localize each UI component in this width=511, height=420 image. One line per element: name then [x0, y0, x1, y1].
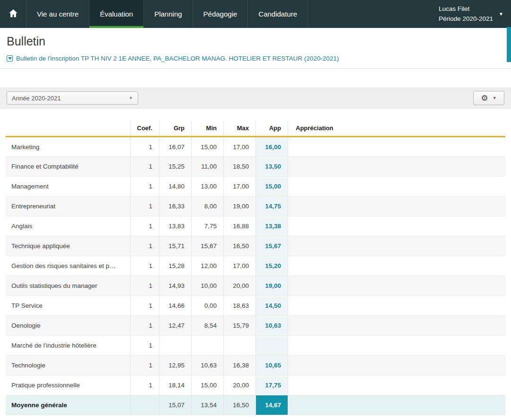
- cell-app: 14,50: [256, 296, 288, 316]
- table-row: Pratique professionnelle118,1415,0020,00…: [6, 375, 505, 395]
- table-row: Finance et Comptabilité115,2511,0018,501…: [6, 157, 505, 177]
- cell-max: [224, 336, 256, 356]
- cell-subject: TP Service: [6, 296, 130, 316]
- cell-appreciation: [288, 177, 506, 197]
- col-app: App: [256, 120, 288, 137]
- cell-subject: Management: [6, 177, 130, 197]
- table-row: Technique appliquée115,7115,6716,5015,67: [6, 236, 505, 256]
- cell-grp: 15,71: [159, 236, 192, 256]
- cell-app: 16,00: [256, 137, 288, 157]
- cell-grp: 12,95: [159, 356, 192, 375]
- cell-appreciation: [288, 197, 506, 216]
- year-select[interactable]: Année 2020-2021 ▼: [7, 91, 138, 105]
- cell-min: 13,00: [192, 177, 224, 197]
- bulletin-link-label: Bulletin de l'inscription TP TH NIV 2 1E…: [16, 55, 339, 62]
- user-name: Lucas Filet: [439, 5, 493, 13]
- home-tab[interactable]: [0, 0, 26, 28]
- cell-subject: Technologie: [6, 356, 130, 375]
- cell-max: 19,00: [224, 197, 256, 216]
- cell-min: 8,00: [192, 197, 224, 216]
- cell-min: 15,00: [192, 137, 224, 157]
- grades-table-wrap: Coef. Grp Min Max App Appréciation Marke…: [0, 108, 511, 415]
- cell-app: 10,63: [256, 316, 288, 336]
- cell-coef: 1: [130, 157, 159, 177]
- cell-coef: 1: [130, 216, 159, 236]
- edge-scrollbar[interactable]: [507, 27, 511, 62]
- nav-item--valuation[interactable]: Évaluation: [89, 0, 144, 28]
- cell-coef: 1: [130, 236, 159, 256]
- nav-item-vie-au-centre[interactable]: Vie au centre: [26, 0, 89, 28]
- nav-item-planning[interactable]: Planning: [144, 0, 193, 28]
- nav-item-p-dagogie[interactable]: Pédagogie: [193, 0, 248, 28]
- table-row: Oenologie112,478,5415,7910,63: [6, 316, 505, 336]
- cell-coef: 1: [130, 356, 159, 375]
- table-row: Marché de l'industrie hôtelière1: [6, 336, 505, 356]
- bulletin-link[interactable]: Bulletin de l'inscription TP TH NIV 2 1E…: [7, 55, 339, 62]
- cell-grp: 14,66: [159, 296, 192, 316]
- cell-app: 10,65: [256, 356, 288, 375]
- cell-appreciation: [288, 375, 506, 395]
- grades-table: Coef. Grp Min Max App Appréciation Marke…: [6, 120, 505, 415]
- table-row: Gestion des risques sanitaires et p…115,…: [6, 256, 505, 276]
- cell-grp: 18,14: [159, 375, 192, 395]
- cell-grp: 14,80: [159, 177, 192, 197]
- cell-app: 15,00: [256, 177, 288, 197]
- cell-app: 17,75: [256, 375, 288, 395]
- cell-appreciation: [288, 276, 506, 296]
- toolbar: Année 2020-2021 ▼ ⚙ ▼: [0, 88, 511, 108]
- cell-min: 13,54: [192, 395, 224, 415]
- cell-subject: Finance et Comptabilité: [6, 157, 130, 177]
- cell-appreciation: [288, 356, 506, 375]
- table-row: Outils statistiques du manager114,9310,0…: [6, 276, 505, 296]
- cell-min: 7,75: [192, 216, 224, 236]
- cell-coef: 1: [130, 316, 159, 336]
- cell-max: 16,88: [224, 216, 256, 236]
- cell-grp: [159, 336, 192, 356]
- cell-app: 15,67: [256, 236, 288, 256]
- cell-appreciation: [288, 336, 506, 356]
- cell-grp: 15,28: [159, 256, 192, 276]
- user-menu[interactable]: Lucas Filet Période 2020-2021 ▼: [431, 0, 511, 28]
- col-grp: Grp: [159, 120, 192, 137]
- cell-min: 11,00: [192, 157, 224, 177]
- table-header-row: Coef. Grp Min Max App Appréciation: [6, 120, 505, 137]
- cell-subject: Oenologie: [6, 316, 130, 336]
- year-select-value: Année 2020-2021: [12, 95, 61, 102]
- cell-app: 14,75: [256, 197, 288, 216]
- cell-coef: 1: [130, 177, 159, 197]
- cell-subject: Pratique professionnelle: [6, 375, 130, 395]
- cell-max: 16,50: [224, 236, 256, 256]
- table-row: Technologie112,9510,6316,3810,65: [6, 356, 505, 375]
- cell-max: 20,00: [224, 276, 256, 296]
- col-min: Min: [192, 120, 224, 137]
- chevron-down-icon: ▼: [499, 11, 503, 17]
- cell-subject: Marché de l'industrie hôtelière: [6, 336, 130, 356]
- col-coef: Coef.: [130, 120, 159, 137]
- cell-min: 15,67: [192, 236, 224, 256]
- col-max: Max: [224, 120, 256, 137]
- cell-min: 10,00: [192, 276, 224, 296]
- user-info: Lucas Filet Période 2020-2021: [439, 5, 493, 22]
- cell-min: 10,63: [192, 356, 224, 375]
- table-row: Entrepreneuriat116,338,0019,0014,75: [6, 197, 505, 216]
- cell-app: 15,20: [256, 256, 288, 276]
- cell-max: 17,00: [224, 177, 256, 197]
- cell-grp: 16,07: [159, 137, 192, 157]
- settings-button[interactable]: ⚙ ▼: [473, 91, 504, 105]
- home-icon: [8, 8, 18, 20]
- cell-min: 8,54: [192, 316, 224, 336]
- cell-grp: 15,25: [159, 157, 192, 177]
- cell-max: 17,00: [224, 256, 256, 276]
- page-header: Bulletin Bulletin de l'inscription TP TH…: [0, 28, 511, 69]
- cell-appreciation: [288, 395, 506, 415]
- cell-coef: [130, 395, 159, 415]
- col-subject: [6, 120, 130, 137]
- cell-max: 18,50: [224, 157, 256, 177]
- cell-max: 17,00: [224, 137, 256, 157]
- cell-min: 15,00: [192, 375, 224, 395]
- cell-appreciation: [288, 236, 506, 256]
- nav-item-candidature[interactable]: Candidature: [248, 0, 308, 28]
- cell-subject: Gestion des risques sanitaires et p…: [6, 256, 130, 276]
- cell-min: 12,00: [192, 256, 224, 276]
- cell-app: 19,00: [256, 276, 288, 296]
